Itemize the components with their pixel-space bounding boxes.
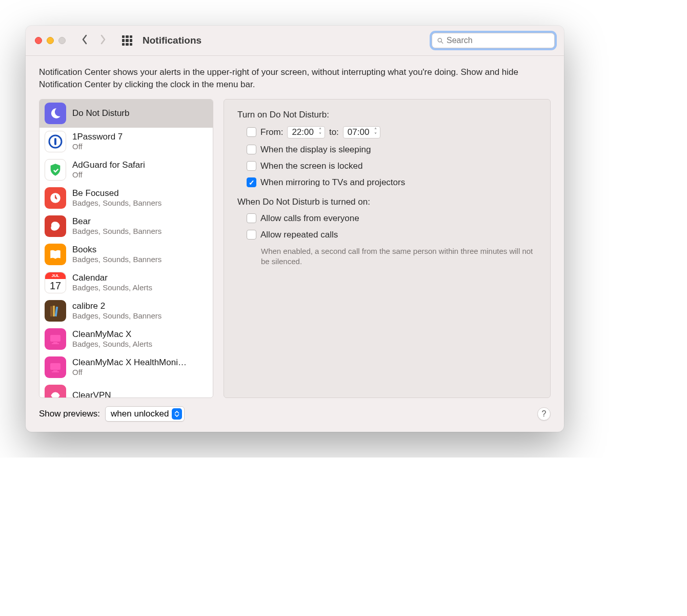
from-time-field[interactable]: 22:00 ˄˅ — [287, 126, 325, 138]
nav-arrows — [80, 34, 108, 47]
sidebar-item-status: Off — [72, 142, 123, 152]
sidebar-item-status: Badges, Sounds, Banners — [72, 255, 161, 265]
from-label: From: — [260, 127, 283, 137]
search-input[interactable] — [447, 36, 549, 45]
to-label: to: — [329, 127, 339, 137]
show-previews-label: Show previews: — [39, 409, 100, 419]
search-icon — [437, 36, 443, 45]
repeated-calls-help: When enabled, a second call from the sam… — [237, 246, 537, 267]
detail-panel: Turn on Do Not Disturb: From: 22:00 ˄˅ t… — [224, 99, 551, 398]
app-list[interactable]: Do Not Disturb1Password 7OffAdGuard for … — [39, 99, 213, 398]
cmm-icon — [45, 328, 66, 350]
sidebar-item-label: Be Focused — [72, 188, 161, 198]
svg-rect-13 — [52, 371, 59, 372]
show-all-icon[interactable] — [122, 35, 132, 46]
cmm-icon — [45, 356, 66, 378]
sidebar-item-label: 1Password 7 — [72, 131, 123, 142]
svg-rect-9 — [53, 342, 57, 343]
sidebar-item-label: Books — [72, 244, 161, 255]
moon-icon — [45, 103, 66, 124]
sidebar-item-clearvpn[interactable]: ClearVPN — [39, 382, 213, 398]
sidebar-item-label: Bear — [72, 216, 161, 227]
minimize-window[interactable] — [47, 37, 54, 44]
checkbox-schedule[interactable] — [247, 127, 256, 137]
help-button[interactable]: ? — [537, 407, 551, 421]
titlebar: Notifications — [26, 26, 564, 56]
sidebar-item-label: CleanMyMac X HealthMoni… — [72, 357, 187, 368]
label-mirroring: When mirroring to TVs and projectors — [260, 177, 405, 188]
sidebar-item-do-not-disturb[interactable]: Do Not Disturb — [39, 100, 213, 128]
sidebar-item-1password-7[interactable]: 1Password 7Off — [39, 128, 213, 156]
footer: Show previews: when unlocked ? — [39, 406, 551, 422]
vpn-icon — [45, 385, 66, 398]
cal-icon: JUL17 — [45, 272, 66, 293]
sidebar-item-status: Badges, Sounds, Alerts — [72, 340, 152, 349]
sidebar-item-be-focused[interactable]: Be FocusedBadges, Sounds, Banners — [39, 184, 213, 212]
to-time-field[interactable]: 07:00 ˄˅ — [343, 126, 381, 138]
checkbox-allow-repeated[interactable] — [247, 230, 256, 240]
sidebar-item-adguard-for-safari[interactable]: AdGuard for SafariOff — [39, 156, 213, 184]
close-window[interactable] — [35, 37, 42, 44]
books-icon — [45, 300, 66, 322]
to-stepper[interactable]: ˄˅ — [372, 128, 379, 137]
svg-rect-8 — [50, 335, 60, 342]
back-button[interactable] — [80, 34, 89, 47]
checkbox-display-sleeping[interactable] — [247, 145, 256, 154]
svg-rect-12 — [53, 370, 57, 371]
window-controls — [35, 37, 66, 44]
search-field[interactable] — [432, 33, 555, 48]
section-when-on: When Do Not Disturb is turned on: — [237, 197, 537, 207]
sidebar-item-status: Badges, Sounds, Banners — [72, 311, 161, 321]
sidebar-item-status: Off — [72, 170, 145, 180]
label-screen-locked: When the screen is locked — [260, 161, 362, 171]
sidebar-item-status: Badges, Sounds, Alerts — [72, 283, 152, 293]
svg-rect-10 — [52, 343, 59, 344]
label-display-sleeping: When the display is sleeping — [260, 145, 371, 155]
svg-line-1 — [441, 42, 443, 43]
sidebar-item-label: Calendar — [72, 272, 152, 283]
sidebar-item-status: Badges, Sounds, Banners — [72, 198, 161, 208]
sidebar-item-status: Badges, Sounds, Banners — [72, 227, 161, 236]
sidebar-item-calibre-2[interactable]: calibre 2Badges, Sounds, Banners — [39, 297, 213, 325]
sidebar-item-label: CleanMyMac X — [72, 329, 152, 340]
sidebar-item-books[interactable]: BooksBadges, Sounds, Banners — [39, 241, 213, 269]
sidebar-item-label: Do Not Disturb — [72, 108, 129, 118]
book-icon — [45, 244, 66, 265]
preferences-window: Notifications Notification Center shows … — [26, 26, 564, 432]
show-previews-select[interactable]: when unlocked — [105, 406, 185, 422]
label-allow-everyone: Allow calls from everyone — [260, 213, 359, 224]
clock-icon — [45, 187, 66, 209]
svg-rect-11 — [50, 363, 60, 370]
bear-icon — [45, 215, 66, 237]
sidebar-item-status: Off — [72, 368, 187, 377]
svg-rect-6 — [53, 306, 55, 316]
sidebar-item-label: AdGuard for Safari — [72, 160, 145, 170]
checkbox-mirroring[interactable] — [247, 177, 256, 187]
svg-rect-5 — [50, 306, 52, 316]
label-allow-repeated: Allow repeated calls — [260, 230, 338, 240]
from-stepper[interactable]: ˄˅ — [317, 128, 324, 137]
checkbox-screen-locked[interactable] — [247, 161, 256, 171]
pane-description: Notification Center shows your alerts in… — [39, 66, 551, 91]
sidebar-item-label: calibre 2 — [72, 301, 161, 311]
sidebar-item-cleanmymac-x-healthmoni-[interactable]: CleanMyMac X HealthMoni…Off — [39, 353, 213, 382]
svg-rect-3 — [54, 138, 56, 145]
row-from-to: From: 22:00 ˄˅ to: 07:00 ˄˅ — [237, 126, 537, 138]
1p-icon — [45, 131, 66, 152]
window-title: Notifications — [143, 35, 201, 46]
svg-rect-7 — [55, 306, 58, 316]
shield-icon — [45, 159, 66, 181]
sidebar-item-calendar[interactable]: JUL17CalendarBadges, Sounds, Alerts — [39, 269, 213, 297]
forward-button-disabled — [98, 34, 108, 47]
sidebar-item-label: ClearVPN — [72, 390, 111, 398]
sidebar-item-bear[interactable]: BearBadges, Sounds, Banners — [39, 212, 213, 241]
svg-point-0 — [438, 38, 441, 42]
section-turn-on: Turn on Do Not Disturb: — [237, 110, 537, 120]
sidebar-item-cleanmymac-x[interactable]: CleanMyMac XBadges, Sounds, Alerts — [39, 325, 213, 353]
zoom-window-disabled — [58, 37, 66, 44]
checkbox-allow-everyone[interactable] — [247, 213, 256, 223]
chevron-up-down-icon — [172, 408, 182, 420]
